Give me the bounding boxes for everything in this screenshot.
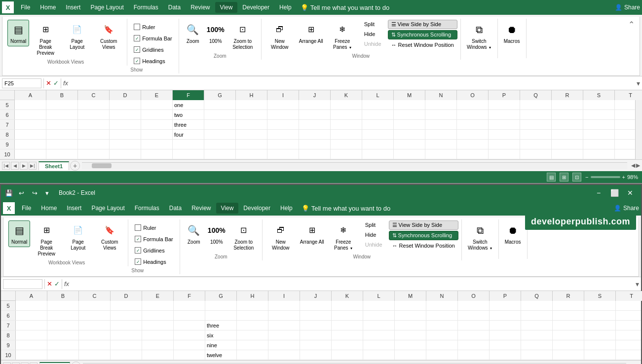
cell-j6[interactable] <box>299 110 331 119</box>
cell-p8[interactable] <box>489 130 520 139</box>
cell-l5[interactable] <box>362 100 394 109</box>
cell-d7[interactable] <box>110 120 141 129</box>
cell-q6-b[interactable] <box>521 311 553 320</box>
page-break-view-btn-top[interactable]: ⊡ <box>572 173 581 182</box>
cell-m7[interactable] <box>394 120 425 129</box>
cell-i6[interactable] <box>267 110 299 119</box>
cell-o8[interactable] <box>457 130 489 139</box>
menu-home-bottom[interactable]: Home <box>36 203 62 214</box>
cell-s8[interactable] <box>583 130 615 139</box>
confirm-formula-btn-bottom[interactable]: ✓ <box>54 280 60 288</box>
col-p-top[interactable]: P <box>489 90 520 100</box>
tell-me-top[interactable]: 💡 Tell me what you want to do <box>301 4 389 11</box>
cell-q9-b[interactable] <box>521 340 553 350</box>
cell-m6[interactable] <box>394 110 425 119</box>
cell-m9[interactable] <box>394 140 425 149</box>
cell-r6[interactable] <box>552 110 583 119</box>
cell-g8-b[interactable]: six <box>205 330 237 340</box>
col-b-bottom[interactable]: B <box>47 291 79 301</box>
hide-btn-top[interactable]: Hide <box>361 30 385 38</box>
arrange-all-btn-top[interactable]: ⊞ Arrange All <box>296 20 326 46</box>
col-l-top[interactable]: L <box>362 90 394 100</box>
cell-j10[interactable] <box>299 149 331 159</box>
cell-s6-b[interactable] <box>584 311 616 320</box>
cell-f7-b[interactable] <box>174 321 205 330</box>
cell-d9-b[interactable] <box>111 340 142 350</box>
cell-n6[interactable] <box>425 110 457 119</box>
ruler-checkbox-bottom[interactable]: Ruler <box>131 223 177 232</box>
cell-i5-b[interactable] <box>268 301 300 310</box>
expand-formula-btn-bottom[interactable]: ▾ <box>636 280 639 288</box>
cell-n10-b[interactable] <box>426 350 458 360</box>
cell-b9[interactable] <box>46 140 78 149</box>
menu-formulas[interactable]: Formulas <box>129 2 163 13</box>
cell-b7-b[interactable] <box>47 321 79 330</box>
cell-p10[interactable] <box>489 149 520 159</box>
name-box-top[interactable]: F25 <box>2 78 41 88</box>
cell-d9[interactable] <box>110 140 141 149</box>
sheet-nav-first-bottom[interactable]: |◀ <box>3 363 11 364</box>
cell-c8-b[interactable] <box>79 330 111 340</box>
unhide-btn-bottom[interactable]: Unhide <box>362 240 386 249</box>
restore-btn-bottom[interactable]: ⬜ <box>607 186 621 200</box>
cell-a7[interactable] <box>15 120 46 129</box>
cell-p8-b[interactable] <box>490 330 521 340</box>
col-e-bottom[interactable]: E <box>142 291 174 301</box>
cell-a9-b[interactable] <box>16 340 47 350</box>
col-m-top[interactable]: M <box>394 90 425 100</box>
gridlines-checkbox-bottom[interactable]: Gridlines <box>131 246 177 255</box>
page-normal-view-btn-top[interactable]: ▤ <box>547 173 556 182</box>
cell-d5-b[interactable] <box>111 301 142 310</box>
cell-s10[interactable] <box>583 149 615 159</box>
zoom-selection-btn-bottom[interactable]: ⊡ Zoom to Selection <box>228 220 259 253</box>
col-k-bottom[interactable]: K <box>332 291 363 301</box>
custom-views-btn-top[interactable]: 🔖 Custom Views <box>93 20 124 52</box>
cell-i6-b[interactable] <box>268 311 300 320</box>
col-o-top[interactable]: O <box>457 90 489 100</box>
cell-n7-b[interactable] <box>426 321 458 330</box>
cell-q7[interactable] <box>520 120 552 129</box>
reset-position-btn-bottom[interactable]: ↔ Reset Window Position <box>389 241 458 250</box>
page-layout-btn-top[interactable]: 📄 Page Layout <box>62 20 92 52</box>
cell-h9[interactable] <box>236 140 267 149</box>
cell-a7-b[interactable] <box>16 321 47 330</box>
zoom-btn-bottom[interactable]: 🔍 Zoom <box>183 220 205 247</box>
cell-g6[interactable] <box>204 110 236 119</box>
cell-k5-b[interactable] <box>332 301 363 310</box>
cell-j8-b[interactable] <box>300 330 332 340</box>
cell-h6[interactable] <box>236 110 267 119</box>
menu-home[interactable]: Home <box>35 2 61 13</box>
cell-k5[interactable] <box>331 100 362 109</box>
cell-c9[interactable] <box>78 140 110 149</box>
cell-g6-b[interactable] <box>205 311 237 320</box>
scroll-v-top[interactable] <box>635 100 642 159</box>
cell-b6-b[interactable] <box>47 311 79 320</box>
cell-a10-b[interactable] <box>16 350 47 360</box>
cell-s6[interactable] <box>583 110 615 119</box>
cell-o7-b[interactable] <box>458 321 490 330</box>
cell-j9[interactable] <box>299 140 331 149</box>
cell-l9-b[interactable] <box>363 340 395 350</box>
cell-e5[interactable] <box>141 100 173 109</box>
cell-a6[interactable] <box>15 110 46 119</box>
save-icon-bottom[interactable]: 💾 <box>5 189 13 197</box>
cell-b7[interactable] <box>46 120 78 129</box>
cell-a10[interactable] <box>15 149 46 159</box>
share-top[interactable]: 👤 Share <box>615 4 640 11</box>
cell-q7-b[interactable] <box>521 321 553 330</box>
scroll-left-top[interactable]: ◀ <box>631 162 635 169</box>
cell-r5[interactable] <box>552 100 583 109</box>
cell-f5[interactable]: one <box>173 100 204 109</box>
col-d-bottom[interactable]: D <box>111 291 142 301</box>
formula-bar-checkbox-top[interactable]: Formula Bar <box>130 34 176 43</box>
menu-help[interactable]: Help <box>274 2 297 13</box>
cell-q8-b[interactable] <box>521 330 553 340</box>
cell-m5-b[interactable] <box>395 301 426 310</box>
cell-m6-b[interactable] <box>395 311 426 320</box>
col-g-bottom[interactable]: G <box>205 291 237 301</box>
cell-g10-b[interactable]: twelve <box>205 350 237 360</box>
zoom-plus-top[interactable]: + <box>622 174 625 180</box>
cell-g8[interactable] <box>204 130 236 139</box>
cell-h9-b[interactable] <box>237 340 268 350</box>
sync-scrolling-btn-top[interactable]: ⇅ Synchronous Scrolling <box>388 30 457 39</box>
